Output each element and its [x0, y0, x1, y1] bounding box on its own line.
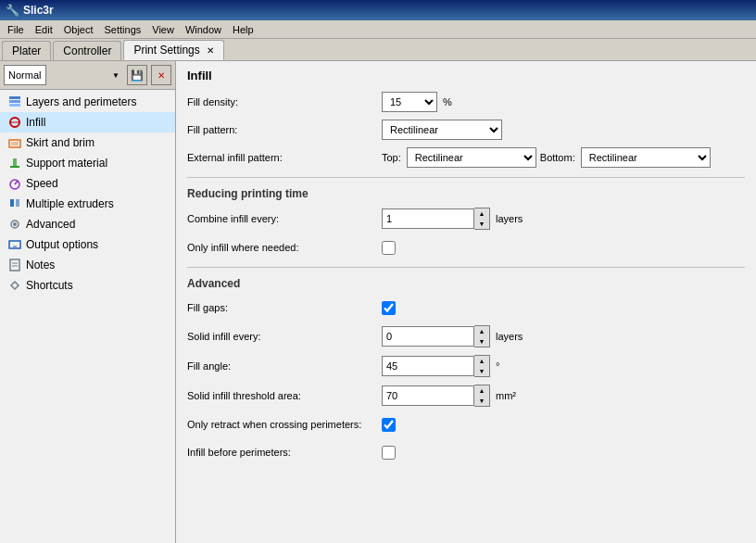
fill-pattern-control: Rectilinear LineConcentricHoneycomb Hilb… [382, 120, 502, 140]
save-profile-button[interactable]: 💾 [127, 65, 147, 85]
app-title: Slic3r [23, 4, 54, 17]
sidebar-item-label-support: Support material [26, 157, 107, 170]
advanced-icon [7, 217, 22, 232]
threshold-down-btn[interactable]: ▼ [474, 396, 489, 406]
fill-gaps-checkbox[interactable] [382, 301, 396, 315]
speed-icon [7, 176, 22, 191]
fill-density-unit: % [443, 96, 452, 107]
fill-pattern-label: Fill pattern: [187, 124, 382, 135]
threshold-control: ▲ ▼ mm² [382, 385, 516, 407]
combine-spinner-btns: ▲ ▼ [474, 208, 490, 230]
threshold-unit: mm² [496, 390, 516, 401]
fill-gaps-row: Fill gaps: [187, 297, 745, 318]
tab-bar: Plater Controller Print Settings ✕ [0, 39, 756, 61]
svg-rect-1 [9, 100, 20, 103]
solid-infill-spinner-btns: ▲ ▼ [474, 325, 490, 347]
infill-icon [7, 115, 22, 130]
only-needed-control [382, 241, 396, 255]
only-needed-label: Only infill where needed: [187, 242, 382, 253]
before-perimeters-checkbox[interactable] [382, 446, 396, 460]
solid-infill-spinner: ▲ ▼ [382, 325, 490, 347]
sidebar-item-layers[interactable]: Layers and perimeters [0, 92, 175, 112]
top-label: Top: [382, 152, 401, 163]
combine-infill-row: Combine infill every: ▲ ▼ layers [187, 208, 745, 230]
sidebar-item-extruders[interactable]: Multiple extruders [0, 194, 175, 214]
menu-bar: File Edit Object Settings View Window He… [0, 20, 756, 39]
menu-view[interactable]: View [146, 22, 180, 37]
menu-file[interactable]: File [2, 22, 30, 37]
sidebar-item-label-advanced: Advanced [26, 218, 75, 231]
tab-close-icon[interactable]: ✕ [207, 45, 214, 56]
combine-input[interactable] [382, 208, 474, 229]
sidebar-item-label-extruders: Multiple extruders [26, 197, 114, 210]
retract-control [382, 418, 396, 432]
combine-spinner: ▲ ▼ [382, 208, 490, 230]
fill-angle-input[interactable] [382, 356, 474, 376]
sidebar-item-notes[interactable]: Notes [0, 255, 175, 275]
sidebar-item-shortcuts[interactable]: Shortcuts [0, 275, 175, 296]
layers-icon [7, 95, 22, 109]
svg-rect-12 [16, 199, 19, 207]
ext-infill-bottom-select[interactable]: Rectilinear LineConcentricHilbert Curve … [581, 147, 711, 168]
svg-rect-15 [9, 241, 20, 248]
divider-1 [187, 177, 745, 178]
combine-down-btn[interactable]: ▼ [474, 219, 489, 229]
solid-infill-row: Solid infill every: ▲ ▼ layers [187, 325, 745, 347]
threshold-row: Solid infill threshold area: ▲ ▼ mm² [187, 385, 745, 407]
ext-infill-top-select[interactable]: Rectilinear LineConcentricHilbert Curve … [407, 147, 536, 168]
menu-help[interactable]: Help [227, 22, 259, 37]
fill-angle-down-btn[interactable]: ▼ [474, 366, 489, 376]
extruders-icon [7, 196, 22, 211]
menu-settings[interactable]: Settings [99, 22, 147, 37]
threshold-up-btn[interactable]: ▲ [474, 385, 489, 396]
fill-density-select[interactable]: 15 051020 25304050 6075100 [382, 92, 437, 112]
svg-rect-8 [10, 166, 19, 168]
support-icon [7, 156, 22, 170]
notes-icon [7, 258, 22, 272]
advanced-title: Advanced [187, 277, 745, 290]
tab-controller[interactable]: Controller [53, 41, 121, 60]
tab-print-settings[interactable]: Print Settings ✕ [123, 40, 223, 60]
svg-line-10 [15, 181, 18, 184]
fill-gaps-label: Fill gaps: [187, 302, 382, 313]
solid-infill-input[interactable] [382, 326, 474, 347]
menu-edit[interactable]: Edit [30, 22, 58, 37]
ext-infill-label: External infill pattern: [187, 152, 382, 163]
only-needed-checkbox[interactable] [382, 241, 396, 255]
fill-pattern-row: Fill pattern: Rectilinear LineConcentric… [187, 120, 745, 140]
profile-select[interactable]: Normal [4, 65, 46, 85]
solid-infill-down-btn[interactable]: ▼ [474, 336, 489, 347]
sidebar-item-output[interactable]: Output options [0, 234, 175, 255]
app-icon: 🔧 [6, 4, 19, 17]
sidebar-item-label-notes: Notes [26, 259, 55, 272]
sidebar-item-support[interactable]: Support material [0, 153, 175, 173]
section-title: Infill [187, 69, 745, 82]
title-bar: 🔧 Slic3r [0, 0, 756, 20]
sidebar-item-skirt[interactable]: Skirt and brim [0, 133, 175, 153]
fill-angle-up-btn[interactable]: ▲ [474, 356, 489, 366]
fill-angle-label: Fill angle: [187, 360, 382, 372]
ext-infill-row: External infill pattern: Top: Rectilinea… [187, 147, 745, 168]
output-icon [7, 237, 22, 252]
sidebar-item-speed[interactable]: Speed [0, 173, 175, 194]
threshold-input[interactable] [382, 385, 474, 406]
fill-angle-spinner-btns: ▲ ▼ [474, 355, 490, 377]
before-perimeters-row: Infill before perimeters: [187, 442, 745, 462]
only-needed-row: Only infill where needed: [187, 237, 745, 258]
fill-pattern-select[interactable]: Rectilinear LineConcentricHoneycomb Hilb… [382, 120, 502, 140]
combine-up-btn[interactable]: ▲ [474, 208, 489, 219]
solid-infill-up-btn[interactable]: ▲ [474, 326, 489, 336]
menu-object[interactable]: Object [58, 22, 99, 37]
tab-plater[interactable]: Plater [2, 41, 51, 60]
sidebar-item-advanced[interactable]: Advanced [0, 214, 175, 234]
sidebar-item-infill[interactable]: Infill [0, 112, 175, 133]
fill-density-label: Fill density: [187, 96, 382, 107]
profile-select-wrapper: Normal [4, 65, 123, 85]
delete-profile-button[interactable]: ✕ [151, 65, 171, 85]
sidebar-item-label-speed: Speed [26, 177, 58, 190]
reducing-title: Reducing printing time [187, 187, 745, 200]
menu-window[interactable]: Window [180, 22, 227, 37]
retract-checkbox[interactable] [382, 418, 396, 432]
retract-row: Only retract when crossing perimeters: [187, 414, 745, 435]
left-panel: Normal 💾 ✕ Layers and perimeters Infill [0, 61, 176, 543]
